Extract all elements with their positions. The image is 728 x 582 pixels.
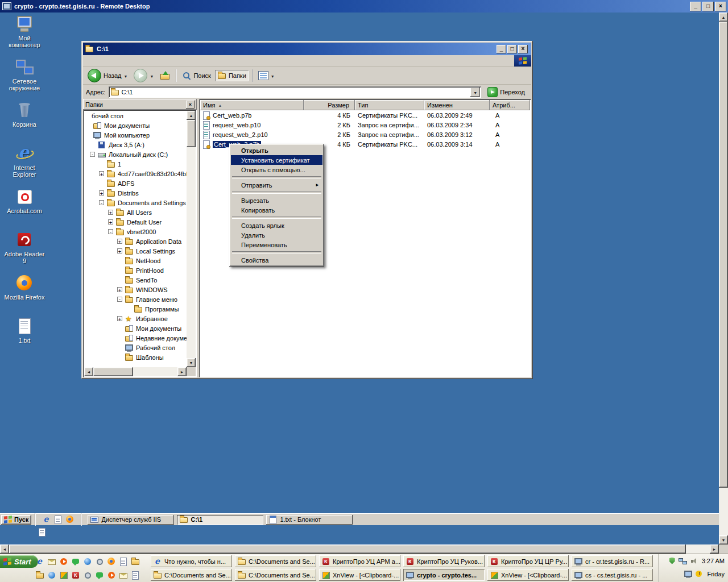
forward-button[interactable] (131, 68, 156, 84)
tree-horizontal-scrollbar[interactable] (84, 367, 187, 376)
quick-launch-icon[interactable] (35, 557, 44, 566)
quick-launch-icon[interactable] (107, 557, 116, 566)
tree-toggle[interactable]: + (117, 287, 122, 292)
tree-toggle[interactable]: + (99, 171, 104, 176)
tree-toggle[interactable]: + (108, 210, 113, 215)
taskbar-task-button[interactable]: XnView - [<Clipboard-... (487, 569, 569, 581)
taskbar-task-button[interactable]: crypto - crypto.tes... (403, 569, 485, 581)
tree-toggle[interactable]: - (90, 152, 95, 157)
quick-launch-icon[interactable] (83, 557, 92, 566)
taskbar-task-button[interactable]: XnView - [<Clipboard-... (319, 569, 400, 581)
quick-launch-icon[interactable] (65, 515, 75, 524)
column-header[interactable]: Имя ▲ (200, 100, 304, 110)
menu-item[interactable] (130, 59, 139, 63)
scroll-left-button[interactable] (84, 367, 93, 376)
tree-item[interactable]: + WINDOWS (84, 285, 187, 294)
tree-item[interactable]: Мои документы (84, 323, 187, 333)
tree-item[interactable]: + All Users (84, 207, 187, 217)
desktop-icon[interactable]: Сетевое окружение (2, 58, 47, 92)
context-menu-item[interactable]: Открыть (231, 146, 322, 155)
rdp-horizontal-scrollbar[interactable] (0, 544, 719, 554)
tree-item[interactable]: - Главное меню (84, 294, 187, 304)
taskbar-task-button[interactable]: КриптоПро УЦ ЦР Ру... (487, 555, 569, 567)
request_web_2.p10[interactable]: request_web_2.p10 2 КБ Запрос на сертифи… (200, 130, 530, 139)
taskbar-task-button[interactable]: Что нужно, чтобы н... (151, 555, 232, 567)
tree-item[interactable]: + Local Settings (84, 246, 187, 256)
search-button[interactable]: Поиск (180, 70, 213, 81)
tree-toggle[interactable]: + (117, 239, 122, 244)
quick-launch-icon[interactable] (119, 571, 128, 580)
tree-item[interactable]: Диск 3,5 (А:) (84, 140, 187, 149)
tray-icon[interactable] (694, 569, 704, 579)
request_web.p10[interactable]: request_web.p10 2 КБ Запрос на сертифи..… (200, 120, 530, 130)
address-input[interactable]: C:\1 (109, 86, 482, 98)
scroll-up-button[interactable] (719, 13, 728, 22)
tree-item[interactable]: Шаблоны (84, 352, 187, 362)
scroll-down-button[interactable] (187, 358, 196, 367)
tree-vertical-scrollbar[interactable] (187, 111, 196, 367)
scroll-down-button[interactable] (719, 535, 728, 544)
quick-launch-icon[interactable] (53, 515, 63, 524)
tree-item[interactable]: Мои документы (84, 120, 187, 130)
menu-item[interactable] (84, 59, 93, 63)
desktop-icon[interactable]: Мой компьютер (2, 15, 47, 49)
minimize-button[interactable]: _ (497, 45, 506, 53)
scroll-right-button[interactable] (177, 367, 187, 376)
tree-item[interactable]: SendTo (84, 275, 187, 285)
tree-item[interactable]: Программы (84, 304, 187, 314)
forward-dropdown-icon[interactable] (150, 72, 154, 79)
taskbar-task-button[interactable]: Диспетчер служб IIS (88, 515, 174, 525)
taskbar-task-button[interactable]: КриптоПро УЦ АРМ а... (319, 555, 400, 567)
tray-clock-day[interactable]: Friday (707, 571, 725, 577)
context-menu-item[interactable]: Создать ярлык (231, 221, 322, 230)
tree-toggle[interactable]: - (117, 297, 122, 302)
menu-item[interactable] (111, 59, 121, 63)
column-header[interactable]: Атриб... (490, 100, 530, 110)
tree-item[interactable]: - vbnet2000 (84, 227, 187, 236)
quick-launch-icon[interactable] (47, 557, 56, 566)
tray-icon[interactable] (668, 556, 677, 566)
remote-start-button[interactable]: Пуск (1, 515, 31, 525)
scrollbar-thumb[interactable] (719, 22, 728, 488)
menu-item[interactable] (121, 59, 130, 63)
tree-toggle[interactable]: - (108, 229, 113, 234)
address-dropdown-button[interactable] (470, 88, 480, 97)
taskbar-task-button[interactable]: C:\1 (177, 515, 263, 525)
quick-launch-icon[interactable] (107, 571, 116, 580)
close-button[interactable]: × (518, 45, 528, 53)
tray-icon[interactable] (689, 556, 698, 566)
desktop-icon[interactable]: 1.txt (2, 317, 47, 351)
tree-item[interactable]: ADFS (84, 178, 187, 188)
context-menu-item[interactable]: Вырезать (231, 196, 322, 205)
context-menu-item[interactable]: Копировать (231, 205, 322, 215)
back-dropdown-icon[interactable] (124, 72, 128, 79)
taskbar-task-button[interactable]: C:\Documents and Se... (235, 555, 316, 567)
tree-item[interactable]: Мой компьютер (84, 130, 187, 140)
tree-toggle[interactable]: + (117, 248, 122, 253)
tree-item[interactable]: - Локальный диск (C:) (84, 149, 187, 159)
quick-launch-icon[interactable] (131, 571, 140, 580)
column-header[interactable]: Тип (355, 100, 424, 110)
quick-launch-icon[interactable] (59, 557, 68, 566)
host-start-button[interactable]: Start (0, 555, 38, 568)
maximize-button[interactable]: □ (507, 45, 517, 53)
quick-launch-icon[interactable] (83, 571, 92, 580)
tree-item[interactable]: + 4cd77caef09c83d20c4fbb1e (84, 169, 187, 178)
scroll-left-button[interactable] (0, 544, 9, 554)
quick-launch-icon[interactable] (42, 515, 51, 524)
tray-icon[interactable] (679, 556, 688, 566)
tree-item[interactable]: + Application Data (84, 236, 187, 246)
views-button[interactable] (256, 70, 277, 81)
folders-button[interactable]: Папки (215, 70, 249, 81)
taskbar-task-button[interactable]: 1.txt - Блокнот (266, 515, 353, 525)
quick-launch-icon[interactable] (119, 557, 128, 566)
scroll-up-button[interactable] (187, 111, 196, 120)
Cert_web.p7b[interactable]: Cert_web.p7b 4 КБ Сертификаты PKC... 06.… (200, 110, 530, 120)
rdp-vertical-scrollbar[interactable] (719, 13, 728, 544)
column-header[interactable]: Размер (304, 100, 355, 110)
back-button[interactable]: Назад (85, 68, 130, 84)
desktop-icon[interactable]: Internet Explorer (2, 144, 47, 178)
close-button[interactable]: × (715, 2, 726, 11)
desktop-icon[interactable]: Acrobat.com (2, 188, 47, 222)
quick-launch-icon[interactable] (95, 557, 104, 566)
